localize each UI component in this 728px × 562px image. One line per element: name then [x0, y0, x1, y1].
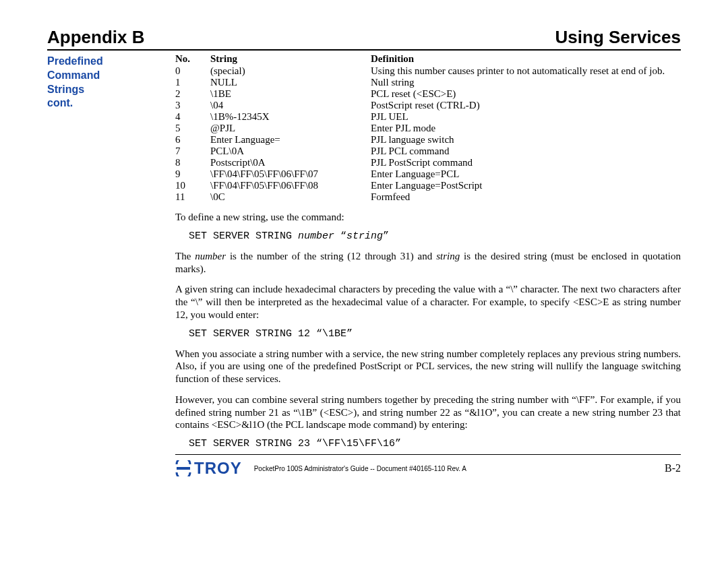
cell-no: 2 [175, 88, 210, 100]
table-row: 1NULLNull string [175, 77, 681, 88]
cell-string: NULL [210, 77, 371, 88]
cell-string: \1B%-12345X [210, 111, 371, 123]
code-example-1: SET SERVER STRING number “string” [189, 230, 681, 242]
cell-string: Postscript\0A [210, 157, 371, 168]
para-intro: To define a new string, use the command: [175, 211, 681, 224]
table-row: 4\1B%-12345XPJL UEL [175, 111, 681, 123]
cell-definition: PJL UEL [371, 111, 681, 123]
command-strings-table: No. String Definition 0(special)Using th… [175, 53, 681, 203]
cell-definition: PostScript reset (CTRL-D) [371, 100, 681, 111]
svg-rect-0 [177, 467, 190, 470]
sidebar-heading: Predefined Command Strings cont. [47, 53, 162, 478]
cell-string: Enter Language= [210, 134, 371, 146]
cell-string: \FF\04\FF\05\FF\06\FF\07 [210, 168, 371, 180]
cell-definition: Enter PJL mode [371, 123, 681, 134]
brand-text: TROY [194, 459, 242, 478]
cell-no: 4 [175, 111, 210, 123]
code-example-3: SET SERVER STRING 23 “\FF\15\FF\16” [189, 438, 681, 449]
cell-no: 3 [175, 100, 210, 111]
code-example-2: SET SERVER STRING 12 “\1BE” [189, 328, 681, 340]
cell-definition: Using this number causes printer to not … [371, 65, 681, 77]
cell-string: \04 [210, 100, 371, 111]
cell-no: 9 [175, 168, 210, 180]
footer-doc: PocketPro 100S Administrator's Guide -- … [254, 465, 653, 472]
para-number-def: The number is the number of the string (… [175, 250, 681, 276]
table-row: 6Enter Language=PJL language switch [175, 134, 681, 146]
table-row: 9\FF\04\FF\05\FF\06\FF\07Enter Language=… [175, 168, 681, 180]
sidebar-line4: cont. [47, 96, 162, 111]
table-row: 10\FF\04\FF\05\FF\06\FF\08Enter Language… [175, 180, 681, 191]
page-header: Appendix B Using Services [47, 27, 681, 51]
cell-string: \FF\04\FF\05\FF\06\FF\08 [210, 180, 371, 191]
cell-no: 7 [175, 146, 210, 157]
cell-definition: PJL language switch [371, 134, 681, 146]
footer: TROY PocketPro 100S Administrator's Guid… [175, 455, 681, 478]
cell-string: PCL\0A [210, 146, 371, 157]
cell-definition: PCL reset (<ESC>E) [371, 88, 681, 100]
cell-string: @PJL [210, 123, 371, 134]
cell-definition: Null string [371, 77, 681, 88]
sidebar-line1: Predefined [47, 55, 162, 69]
cell-no: 6 [175, 134, 210, 146]
cell-string: \0C [210, 191, 371, 203]
cell-string: (special) [210, 65, 371, 77]
brand-logo: TROY [175, 459, 242, 478]
para-replace: When you associate a string number with … [175, 348, 681, 385]
main-content: No. String Definition 0(special)Using th… [175, 53, 681, 478]
cell-no: 8 [175, 157, 210, 168]
sidebar-line3: Strings [47, 83, 162, 97]
cell-string: \1BE [210, 88, 371, 100]
sidebar-line2: Command [47, 69, 162, 83]
table-row: 0(special)Using this number causes print… [175, 65, 681, 77]
cell-no: 0 [175, 65, 210, 77]
th-string: String [210, 53, 371, 65]
th-definition: Definition [371, 53, 681, 65]
brand-logo-icon [175, 460, 191, 476]
table-row: 3\04PostScript reset (CTRL-D) [175, 100, 681, 111]
table-row: 2\1BEPCL reset (<ESC>E) [175, 88, 681, 100]
para-combine: However, you can combine several string … [175, 394, 681, 431]
page-number: B-2 [665, 462, 681, 474]
table-row: 11\0CFormfeed [175, 191, 681, 203]
table-row: 5@PJLEnter PJL mode [175, 123, 681, 134]
th-no: No. [175, 53, 210, 65]
cell-definition: PJL PCL command [371, 146, 681, 157]
cell-no: 10 [175, 180, 210, 191]
cell-no: 1 [175, 77, 210, 88]
cell-no: 11 [175, 191, 210, 203]
table-row: 7PCL\0APJL PCL command [175, 146, 681, 157]
cell-definition: Enter Language=PCL [371, 168, 681, 180]
table-row: 8Postscript\0APJL PostScript command [175, 157, 681, 168]
cell-definition: Formfeed [371, 191, 681, 203]
header-left: Appendix B [47, 27, 144, 48]
cell-no: 5 [175, 123, 210, 134]
cell-definition: PJL PostScript command [371, 157, 681, 168]
cell-definition: Enter Language=PostScript [371, 180, 681, 191]
para-hex: A given string can include hexadecimal c… [175, 283, 681, 321]
header-right: Using Services [555, 27, 681, 48]
